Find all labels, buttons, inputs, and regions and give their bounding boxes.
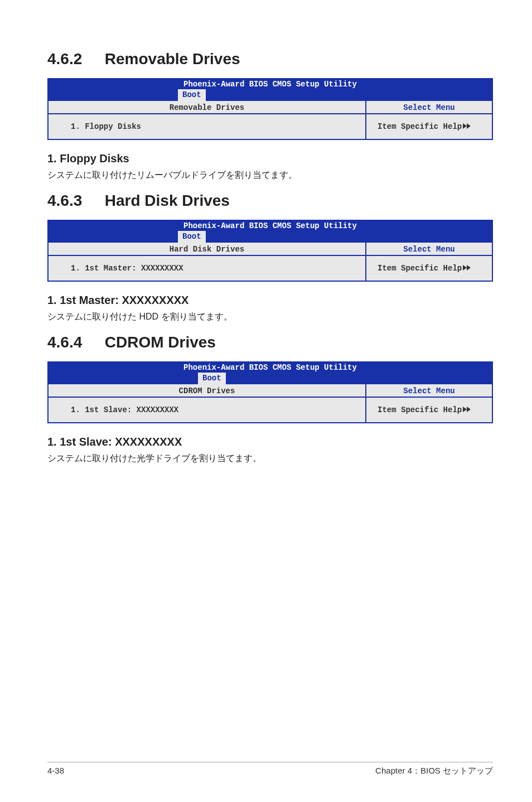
bios-help-text: Item Specific Help: [366, 398, 492, 422]
bios-body-row: 1. 1st Master: XXXXXXXXX Item Specific H…: [49, 256, 492, 281]
sub-heading-slave: 1. 1st Slave: XXXXXXXXX: [47, 436, 493, 448]
heading-463-num: 4.6.3: [47, 192, 100, 210]
bios-header-row: CDROM Drives Select Menu: [49, 384, 492, 398]
bios-header-left: CDROM Drives: [49, 384, 366, 398]
triangle-icon: [467, 405, 471, 414]
bios-body-row: 1. Floppy Disks Item Specific Help: [49, 114, 492, 139]
heading-464-num: 4.6.4: [47, 334, 100, 351]
bios-help-label: Item Specific Help: [378, 122, 462, 131]
heading-462-num: 4.6.2: [47, 50, 100, 68]
heading-464-title: CDROM Drives: [105, 334, 216, 351]
heading-462-title: Removable Drives: [105, 50, 240, 67]
chapter-label: Chapter 4：BIOS セットアップ: [375, 766, 493, 776]
triangle-icon: [462, 122, 467, 131]
bios-header-right: Select Menu: [366, 384, 492, 398]
bios-header-row: Removable Drives Select Menu: [49, 101, 492, 114]
heading-464: 4.6.4 CDROM Drives: [47, 334, 493, 351]
bios-box-hdd: Phoenix-Award BIOS CMOS Setup Utility Bo…: [47, 220, 493, 282]
sub-heading-master: 1. 1st Master: XXXXXXXXX: [47, 294, 493, 307]
heading-462: 4.6.2 Removable Drives: [47, 50, 493, 68]
bios-body-row: 1. 1st Slave: XXXXXXXXX Item Specific He…: [49, 398, 492, 422]
bios-item-slave: 1. 1st Slave: XXXXXXXXX: [49, 398, 366, 422]
triangle-icon: [462, 405, 467, 414]
bios-header-right: Select Menu: [366, 101, 492, 114]
page-body: 4.6.2 Removable Drives Phoenix-Award BIO…: [0, 0, 532, 465]
bios-help-text: Item Specific Help: [366, 256, 492, 281]
para-slave: システムに取り付けた光学ドライブを割り当てます。: [47, 452, 493, 465]
bios-title: Phoenix-Award BIOS CMOS Setup Utility: [49, 221, 492, 231]
triangle-icon: [462, 264, 467, 273]
bios-tab-row: Boot: [49, 89, 492, 101]
para-floppy: システムに取り付けたリムーバブルドライブを割り当てます。: [47, 168, 493, 182]
sub-heading-floppy: 1. Floppy Disks: [47, 152, 493, 165]
bios-header-right: Select Menu: [366, 243, 492, 256]
bios-header-row: Hard Disk Drives Select Menu: [49, 243, 492, 256]
bios-item-floppy: 1. Floppy Disks: [49, 114, 366, 139]
bios-help-label: Item Specific Help: [378, 264, 462, 273]
bios-help-label: Item Specific Help: [378, 405, 462, 414]
bios-header-left: Hard Disk Drives: [49, 243, 366, 256]
page-number: 4-38: [47, 766, 64, 776]
bios-item-master: 1. 1st Master: XXXXXXXXX: [49, 256, 366, 281]
bios-tab-boot: Boot: [177, 89, 207, 101]
bios-title: Phoenix-Award BIOS CMOS Setup Utility: [49, 79, 492, 89]
bios-tab-boot: Boot: [177, 231, 207, 243]
bios-box-cdrom: Phoenix-Award BIOS CMOS Setup Utility Bo…: [47, 361, 493, 423]
heading-463-title: Hard Disk Drives: [105, 192, 230, 209]
bios-title: Phoenix-Award BIOS CMOS Setup Utility: [49, 363, 492, 373]
page-footer: 4-38 Chapter 4：BIOS セットアップ: [47, 762, 493, 776]
bios-header-left: Removable Drives: [49, 101, 366, 114]
bios-tab-row: Boot: [49, 373, 492, 384]
bios-box-removable: Phoenix-Award BIOS CMOS Setup Utility Bo…: [47, 78, 493, 140]
triangle-icon: [467, 264, 471, 273]
para-master: システムに取り付けた HDD を割り当てます。: [47, 310, 493, 323]
bios-tab-boot: Boot: [197, 373, 227, 384]
bios-help-text: Item Specific Help: [366, 114, 492, 139]
heading-463: 4.6.3 Hard Disk Drives: [47, 192, 493, 210]
triangle-icon: [467, 122, 471, 131]
bios-tab-row: Boot: [49, 231, 492, 243]
